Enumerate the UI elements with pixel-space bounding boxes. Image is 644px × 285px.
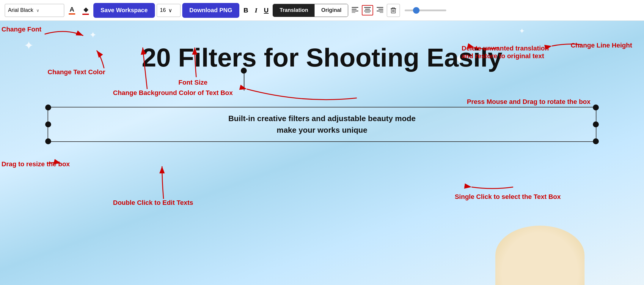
arrow-single-click — [469, 175, 516, 196]
delete-translation-button[interactable] — [387, 4, 400, 17]
resize-handle-ml[interactable] — [45, 121, 51, 127]
tab-original[interactable]: Original — [315, 4, 348, 17]
slider-track — [405, 10, 446, 11]
slider-thumb[interactable] — [413, 7, 420, 14]
font-selector[interactable]: Arial Black ∨ — [5, 4, 64, 17]
font-size-selector[interactable]: 16 ∨ — [157, 4, 180, 17]
annotation-change-font: Change Font — [1, 26, 41, 33]
align-right-button[interactable] — [375, 6, 385, 14]
bg-color-label: ◆ — [84, 6, 88, 13]
bg-color-button[interactable]: ◆ — [80, 4, 92, 17]
textbox-border: Built-in creative filters and adjustable… — [48, 107, 596, 142]
align-left-button[interactable] — [350, 6, 360, 14]
font-size-arrow: ∨ — [168, 7, 172, 14]
resize-handle-bl[interactable] — [45, 138, 51, 144]
annotation-double-click: Double Click to Edit Texts — [113, 199, 193, 207]
resize-handle-br[interactable] — [593, 138, 599, 144]
bg-color-indicator — [82, 14, 89, 15]
save-workspace-button[interactable]: Save Workspace — [93, 3, 155, 18]
annotation-rotate: Press Mouse and Drag to rotate the box — [467, 98, 590, 106]
toolbar: Arial Black ∨ A ◆ Save Workspace 16 ∨ Do… — [0, 0, 644, 21]
text-color-button[interactable]: A — [66, 4, 78, 17]
arrow-drag-resize — [46, 157, 64, 169]
arrow-text-color — [86, 48, 110, 71]
italic-label: I — [255, 7, 257, 14]
resize-handle-tr[interactable] — [593, 104, 599, 110]
download-png-button[interactable]: Download PNG — [182, 3, 239, 18]
sparkle-4: ✦ — [519, 27, 525, 35]
arrow-font-size — [190, 45, 208, 80]
arrow-double-click — [155, 163, 172, 202]
bold-label: B — [244, 7, 248, 14]
font-name-label: Arial Black — [8, 7, 33, 13]
italic-button[interactable]: I — [252, 4, 260, 17]
resize-handle-tl[interactable] — [45, 104, 51, 110]
sparkle-2: ✦ — [89, 30, 97, 40]
arrow-line-height — [549, 37, 585, 52]
translation-tab-group: Translation Original — [273, 4, 348, 17]
align-center-button[interactable] — [362, 5, 373, 15]
arrow-change-font — [42, 27, 89, 42]
arrow-rotate — [244, 80, 363, 110]
main-canvas: ✦ ✦ ✦ ✦ 20 Filters for Shooting Easily B… — [0, 21, 644, 285]
textbox-container[interactable]: Built-in creative filters and adjustable… — [48, 107, 596, 142]
text-color-label: A — [70, 6, 74, 13]
line-height-slider[interactable] — [405, 10, 446, 11]
font-size-value: 16 — [160, 7, 166, 13]
rotate-handle[interactable] — [241, 68, 247, 74]
annotation-change-bg-color: Change Background Color of Text Box — [113, 89, 233, 97]
resize-handle-mr[interactable] — [593, 121, 599, 127]
font-dropdown-arrow: ∨ — [36, 8, 39, 13]
bold-button[interactable]: B — [241, 4, 251, 17]
arrow-delete — [472, 39, 501, 56]
underline-button[interactable]: U — [262, 4, 271, 17]
textbox-line1: Built-in creative filters and adjustable… — [57, 113, 587, 124]
sparkle-1: ✦ — [24, 39, 34, 52]
text-color-indicator — [69, 13, 75, 15]
arrow-bg-color — [137, 45, 161, 92]
textbox-line2: make your works unique — [57, 124, 587, 136]
tab-translation[interactable]: Translation — [273, 4, 315, 17]
icecream-image — [495, 226, 585, 285]
underline-label: U — [264, 7, 269, 14]
